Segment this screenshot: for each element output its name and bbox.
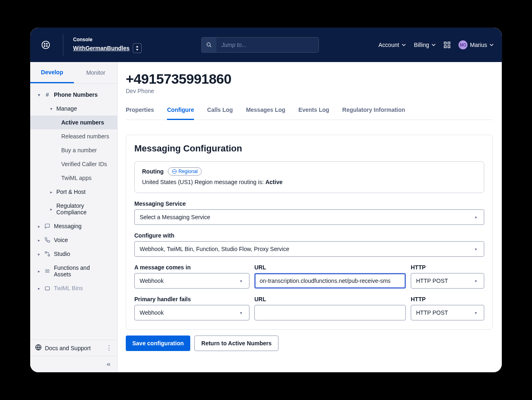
nav-label: Voice: [54, 237, 68, 243]
nav-phone-numbers[interactable]: ▾ # Phone Numbers: [30, 88, 117, 102]
chevron-right-icon: ▸: [37, 269, 41, 273]
docs-support-row[interactable]: Docs and Support ⋮: [30, 340, 117, 356]
nav-label: TwiML apps: [61, 175, 91, 181]
nav-studio[interactable]: ▸ Studio: [30, 247, 117, 261]
nav-active-numbers[interactable]: Active numbers: [30, 116, 117, 129]
chevron-down-icon: ▾: [472, 278, 479, 284]
sidebar-tabs: Develop Monitor: [30, 62, 117, 83]
nav-messaging[interactable]: ▸ Messaging: [30, 219, 117, 233]
nav: ▾ # Phone Numbers ▾ Manage Active number…: [30, 84, 117, 340]
svg-rect-12: [48, 255, 50, 256]
sidebar: Develop Monitor ▾ # Phone Numbers ▾ Mana…: [30, 62, 118, 372]
chevron-right-icon: ▸: [37, 224, 41, 229]
field-label: A message comes in: [134, 264, 249, 271]
field-label: HTTP: [411, 264, 484, 271]
chevron-down-icon: ▾: [37, 93, 41, 97]
messaging-service-select[interactable]: Select a Messaging Service ▾: [134, 209, 484, 225]
flow-icon: [44, 251, 51, 257]
field-label: URL: [254, 264, 406, 271]
nav-port-host[interactable]: ▸ Port & Host: [30, 185, 117, 199]
user-menu[interactable]: MO Marius: [459, 40, 494, 49]
more-icon[interactable]: ⋮: [106, 344, 112, 352]
sidebar-tab-develop[interactable]: Develop: [30, 62, 74, 83]
chat-icon: [44, 223, 51, 229]
collapse-sidebar-button[interactable]: [30, 356, 117, 372]
configure-with-field: Configure with Webhook, TwiML Bin, Funct…: [134, 232, 484, 257]
tab-regulatory[interactable]: Regulatory Information: [342, 102, 405, 120]
app-window: Console WithGermanBundles Account Billin…: [30, 28, 502, 372]
fails-url-input[interactable]: [254, 305, 406, 320]
routing-box: Routing Regional United States (US1) Reg…: [134, 161, 484, 193]
select-value: Webhook: [140, 278, 164, 284]
comes-in-handler-select[interactable]: Webhook ▾: [134, 273, 249, 289]
return-button[interactable]: Return to Active Numbers: [194, 336, 278, 351]
configure-with-select[interactable]: Webhook, TwiML Bin, Function, Studio Flo…: [134, 241, 484, 257]
badge-text: Regional: [178, 169, 198, 174]
select-value: HTTP POST: [416, 309, 448, 316]
save-button[interactable]: Save configuration: [126, 336, 190, 351]
comes-in-url-input[interactable]: [254, 273, 406, 289]
svg-rect-13: [45, 287, 50, 290]
chevron-right-icon: ▸: [49, 207, 53, 211]
billing-menu[interactable]: Billing: [414, 42, 436, 48]
nav-manage[interactable]: ▾ Manage: [30, 102, 117, 116]
nav-buy-number[interactable]: Buy a number: [30, 143, 117, 157]
search-input[interactable]: [216, 38, 318, 52]
primary-fails-row: Primary handler fails Webhook ▾ URL HTTP: [134, 296, 484, 320]
search-bar: [201, 37, 319, 53]
select-value: Select a Messaging Service: [140, 214, 210, 220]
nav-label: Studio: [54, 251, 70, 257]
svg-point-0: [42, 41, 49, 49]
nav-twiml-bins[interactable]: ▸ TwiML Bins: [30, 281, 117, 295]
fails-handler-select[interactable]: Webhook ▾: [134, 305, 249, 320]
nav-functions-assets[interactable]: ▸ Functions and Assets: [30, 261, 117, 281]
chevron-down-icon: ▾: [49, 107, 53, 111]
routing-text: United States (US1) Region message routi…: [142, 179, 476, 185]
bins-icon: [44, 285, 51, 291]
account-label: Account: [378, 42, 399, 48]
account-menu[interactable]: Account: [378, 42, 406, 48]
routing-label: Routing: [142, 168, 164, 175]
user-name: Marius: [470, 42, 487, 48]
tab-messages-log[interactable]: Messages Log: [246, 102, 285, 120]
chevron-right-icon: ▸: [37, 286, 41, 291]
collapse-icon: [106, 362, 111, 367]
nav-twiml-apps[interactable]: TwiML apps: [30, 171, 117, 185]
nav-verified-caller-ids[interactable]: Verified Caller IDs: [30, 157, 117, 171]
project-expand-button[interactable]: [133, 43, 142, 53]
tab-calls-log[interactable]: Calls Log: [207, 102, 233, 120]
app-logo[interactable]: [38, 38, 53, 52]
nav-label: Verified Caller IDs: [61, 161, 107, 167]
sidebar-tab-monitor[interactable]: Monitor: [74, 62, 118, 83]
nav-label: Buy a number: [61, 147, 97, 153]
search-button[interactable]: [202, 38, 216, 52]
chevron-down-icon: ▾: [472, 214, 479, 220]
nav-label: Released numbers: [61, 133, 109, 140]
project-switcher: Console WithGermanBundles: [73, 37, 142, 53]
nav-released-numbers[interactable]: Released numbers: [30, 129, 117, 143]
tab-configure[interactable]: Configure: [167, 102, 194, 120]
svg-point-1: [44, 43, 45, 44]
nav-label: Port & Host: [56, 189, 86, 195]
chevron-right-icon: ▸: [37, 252, 41, 256]
nav-label: Functions and Assets: [54, 264, 99, 278]
nav-label: Active numbers: [61, 119, 104, 126]
apps-grid-icon[interactable]: [444, 42, 450, 48]
nav-voice[interactable]: ▸ Voice: [30, 233, 117, 247]
comes-in-http-select[interactable]: HTTP POST ▾: [411, 273, 484, 289]
header-links: Account Billing MO Marius: [378, 40, 494, 49]
chevron-right-icon: ▸: [37, 238, 41, 242]
console-label: Console: [73, 37, 142, 42]
message-comes-in-row: A message comes in Webhook ▾ URL HTTP: [134, 264, 484, 289]
tab-properties[interactable]: Properties: [126, 102, 154, 120]
project-name[interactable]: WithGermanBundles: [73, 45, 129, 51]
body: Develop Monitor ▾ # Phone Numbers ▾ Mana…: [30, 62, 502, 372]
nav-regulatory-compliance[interactable]: ▸ Regulatory Compliance: [30, 199, 117, 219]
fails-http-select[interactable]: HTTP POST ▾: [411, 305, 484, 320]
field-label: URL: [254, 296, 406, 302]
svg-point-2: [47, 43, 47, 44]
field-label: Messaging Service: [134, 200, 484, 207]
field-label: Configure with: [134, 232, 484, 239]
page-title: +4915735991860: [126, 71, 493, 87]
tab-events-log[interactable]: Events Log: [298, 102, 329, 120]
